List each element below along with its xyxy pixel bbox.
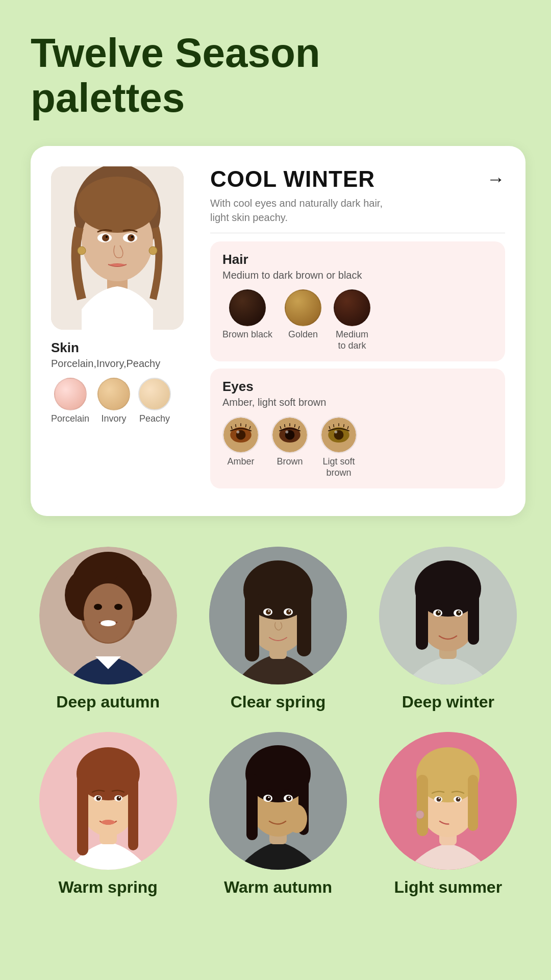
person-card-deep-winter[interactable]: Deep winter xyxy=(371,547,525,712)
season-header: COOL WINTER → xyxy=(210,166,505,192)
svg-point-81 xyxy=(96,796,101,801)
svg-point-8 xyxy=(128,234,135,241)
hair-box: Hair Medium to dark brown or black Brown… xyxy=(210,241,505,361)
person-name-light-summer: Light summer xyxy=(394,878,503,897)
hair-label-golden: Golden xyxy=(288,329,318,340)
svg-point-98 xyxy=(287,804,307,833)
season-description: With cool eyes and naturally dark hair, … xyxy=(210,196,505,225)
svg-point-112 xyxy=(449,816,467,830)
svg-point-46 xyxy=(94,604,102,610)
eyes-title: Eyes xyxy=(222,379,493,395)
skin-color-porcelain xyxy=(54,378,87,410)
svg-point-95 xyxy=(286,796,291,801)
skin-item-porcelain: Porcelain xyxy=(51,378,89,424)
svg-point-57 xyxy=(266,609,271,615)
svg-point-58 xyxy=(286,609,291,615)
skin-label-porcelain: Porcelain xyxy=(51,413,89,424)
svg-point-109 xyxy=(456,797,461,802)
svg-line-20 xyxy=(245,424,246,427)
skin-color-peachy xyxy=(138,378,171,410)
svg-point-108 xyxy=(437,797,441,802)
skin-color-ivory xyxy=(97,378,130,410)
svg-point-111 xyxy=(458,798,460,799)
hair-label-brown-black: Brown black xyxy=(222,329,272,340)
svg-point-9 xyxy=(106,236,108,238)
person-card-deep-autumn[interactable]: Deep autumn xyxy=(31,547,185,712)
person-card-light-summer[interactable]: Light summer xyxy=(371,732,525,897)
svg-point-16 xyxy=(237,431,240,434)
cool-winter-card[interactable]: Skin Porcelain,Invory,Peachy Porcelain I… xyxy=(31,146,525,516)
svg-line-29 xyxy=(294,424,295,427)
svg-rect-66 xyxy=(468,589,479,645)
hair-title: Hair xyxy=(222,252,493,267)
person-circle-light-summer xyxy=(379,732,517,870)
hair-circle-brown-black xyxy=(229,289,266,326)
person-card-clear-spring[interactable]: Clear spring xyxy=(201,547,355,712)
svg-point-7 xyxy=(102,234,109,241)
hair-subtitle: Medium to dark brown or black xyxy=(222,270,493,281)
eye-circle-light-brown xyxy=(320,416,357,453)
svg-point-11 xyxy=(78,247,86,255)
person-name-deep-winter: Deep winter xyxy=(402,693,494,712)
svg-rect-53 xyxy=(245,590,259,662)
svg-rect-90 xyxy=(246,774,258,840)
page-title: Twelve Season palettes xyxy=(31,31,525,120)
svg-point-34 xyxy=(335,431,338,434)
hair-color-golden: Golden xyxy=(285,289,321,340)
svg-point-12 xyxy=(149,247,157,255)
svg-line-18 xyxy=(236,424,236,427)
svg-point-84 xyxy=(118,797,120,798)
svg-point-69 xyxy=(436,610,441,616)
eye-color-brown: Brown xyxy=(271,416,308,468)
season-arrow-icon[interactable]: → xyxy=(487,168,505,190)
svg-point-72 xyxy=(459,611,460,613)
eye-label-brown: Brown xyxy=(277,456,303,468)
skin-item-ivory: Invory xyxy=(97,378,130,424)
person-circle-deep-winter xyxy=(379,547,517,684)
card-right: COOL WINTER → With cool eyes and natural… xyxy=(210,166,505,496)
svg-point-94 xyxy=(266,796,271,801)
svg-rect-77 xyxy=(77,774,88,855)
svg-point-97 xyxy=(288,797,290,798)
svg-rect-78 xyxy=(128,774,138,850)
season-title: COOL WINTER xyxy=(210,166,375,192)
svg-rect-104 xyxy=(468,775,478,831)
person-card-warm-autumn[interactable]: Warm autumn xyxy=(201,732,355,897)
skin-label-ivory: Invory xyxy=(102,413,127,424)
eye-color-light-brown: Ligt softbrown xyxy=(320,416,357,478)
skin-circles: Porcelain Invory Peachy xyxy=(51,378,171,424)
skin-title: Skin xyxy=(51,340,79,356)
eye-circle-brown xyxy=(271,416,308,453)
person-circle-clear-spring xyxy=(209,547,347,684)
hair-color-brown-black: Brown black xyxy=(222,289,272,340)
svg-rect-54 xyxy=(297,590,311,656)
person-name-deep-autumn: Deep autumn xyxy=(56,693,160,712)
eye-circle-amber xyxy=(222,416,259,453)
svg-point-47 xyxy=(114,604,122,610)
svg-point-83 xyxy=(98,797,99,798)
svg-rect-65 xyxy=(416,589,428,650)
svg-point-82 xyxy=(116,796,121,801)
svg-rect-103 xyxy=(417,775,428,836)
svg-point-105 xyxy=(416,811,424,819)
hair-colors-row: Brown black Golden Mediumto dark xyxy=(222,289,493,351)
person-name-warm-spring: Warm spring xyxy=(58,878,157,897)
hair-circle-medium-dark xyxy=(334,289,370,326)
person-name-warm-autumn: Warm autumn xyxy=(224,878,332,897)
svg-point-25 xyxy=(286,431,289,434)
svg-point-10 xyxy=(131,236,133,238)
svg-point-71 xyxy=(438,611,440,613)
svg-point-70 xyxy=(456,610,461,616)
eyes-box: Eyes Amber, light soft brown xyxy=(210,369,505,488)
person-card-warm-spring[interactable]: Warm spring xyxy=(31,732,185,897)
svg-line-27 xyxy=(285,424,285,427)
hair-label-medium-dark: Mediumto dark xyxy=(336,329,368,351)
person-circle-warm-spring xyxy=(39,732,177,870)
svg-point-85 xyxy=(102,820,115,825)
svg-point-110 xyxy=(439,798,440,799)
person-photo xyxy=(51,166,184,330)
skin-item-peachy: Peachy xyxy=(138,378,171,424)
svg-point-60 xyxy=(288,610,290,612)
person-circle-warm-autumn xyxy=(209,732,347,870)
hair-color-medium-dark: Mediumto dark xyxy=(334,289,370,351)
